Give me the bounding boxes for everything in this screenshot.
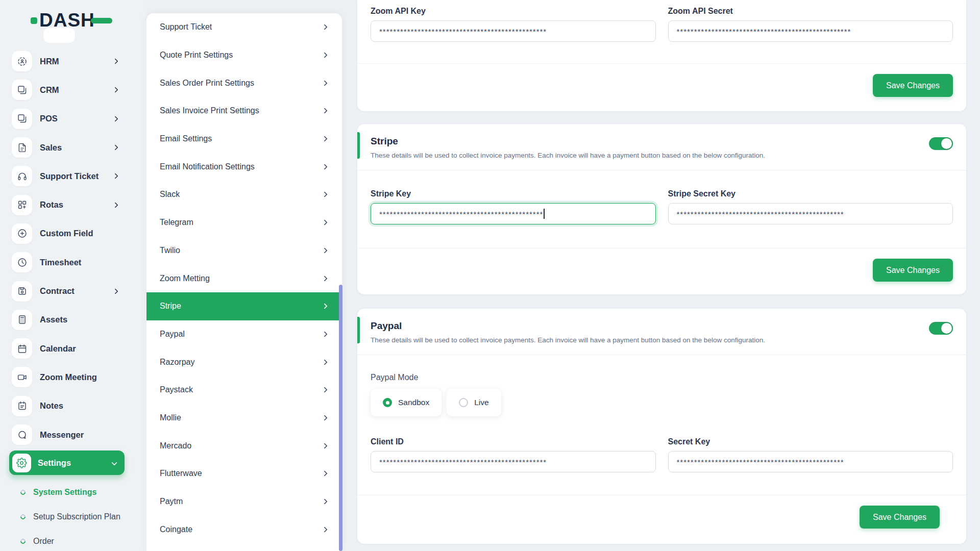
sidebar-item-notes[interactable]: Notes <box>0 392 146 420</box>
video-icon <box>12 367 32 387</box>
chevron-right-icon <box>322 192 327 197</box>
chevron-right-icon <box>322 527 327 532</box>
zoom-api-secret-input[interactable]: ****************************************… <box>668 20 953 42</box>
sidebar-item-assets[interactable]: Assets <box>0 306 146 334</box>
sidebar-subitem-system-settings[interactable]: System Settings <box>0 480 146 505</box>
chevron-right-icon <box>112 202 118 208</box>
settings-nav-item-paytm[interactable]: Paytm <box>146 488 342 516</box>
sidebar-item-messenger[interactable]: Messenger <box>0 420 146 449</box>
client-id-label: Client ID <box>371 437 656 447</box>
paypal-enabled-toggle[interactable] <box>929 322 953 335</box>
sidebar-item-contract[interactable]: Contract <box>0 277 146 305</box>
save-button[interactable]: Save Changes <box>873 259 953 282</box>
settings-nav-item-mollie[interactable]: Mollie <box>146 404 342 432</box>
settings-nav-item-sales-invoice-print-settings[interactable]: Sales Invoice Print Settings <box>146 97 342 125</box>
stripe-key-input[interactable]: ****************************************… <box>371 203 656 224</box>
stripe-secret-key-input[interactable]: ****************************************… <box>668 203 953 224</box>
settings-nav-item-sales-order-print-settings[interactable]: Sales Order Print Settings <box>146 69 342 97</box>
plus-circle-icon <box>12 223 32 244</box>
chevron-right-icon <box>322 415 327 420</box>
grid-plus-icon <box>12 195 32 215</box>
settings-nav-item-paystack[interactable]: Paystack <box>146 376 342 404</box>
text-cursor <box>544 209 545 219</box>
stripe-secret-key-label: Stripe Secret Key <box>668 189 953 199</box>
logo-dot-icon <box>31 17 37 24</box>
save-button[interactable]: Save Changes <box>873 74 953 97</box>
settings-nav-item-label: Slack <box>160 190 180 199</box>
sidebar-item-calendar[interactable]: Calendar <box>0 334 146 363</box>
stripe-enabled-toggle[interactable] <box>929 137 953 150</box>
calendar-icon <box>12 338 32 359</box>
chevron-right-icon <box>322 136 327 141</box>
sidebar-subitem-setup-subscription-plan[interactable]: Setup Subscription Plan <box>0 505 146 529</box>
masked-value: ****************************************… <box>677 210 844 218</box>
sidebar-item-label: Notes <box>40 401 63 411</box>
sidebar-item-rotas[interactable]: Rotas <box>0 190 146 219</box>
chevron-right-icon <box>322 24 327 30</box>
sidebar-item-support-ticket[interactable]: Support Ticket <box>0 162 146 190</box>
settings-nav-item-support-ticket[interactable]: Support Ticket <box>146 13 342 41</box>
zoom-api-secret-label: Zoom API Secret <box>668 6 953 16</box>
zoom-api-key-input[interactable]: ****************************************… <box>371 20 656 42</box>
settings-nav-item-stripe[interactable]: Stripe <box>146 292 342 320</box>
settings-nav-item-email-settings[interactable]: Email Settings <box>146 125 342 153</box>
sidebar-item-label: Contract <box>40 286 75 296</box>
paypal-mode-live-option[interactable]: Live <box>447 389 501 416</box>
masked-value: ****************************************… <box>677 27 851 36</box>
sidebar-item-timesheet[interactable]: Timesheet <box>0 248 146 277</box>
headset-icon <box>12 166 32 186</box>
sidebar-item-label: HRM <box>40 57 59 66</box>
paypal-settings-card: Paypal These details will be used to col… <box>357 309 966 544</box>
settings-nav-item-skrill[interactable]: Skrill <box>146 543 342 551</box>
sidebar-item-custom-field[interactable]: Custom Field <box>0 219 146 248</box>
settings-nav-item-label: Telegram <box>160 218 193 227</box>
save-icon <box>12 281 32 302</box>
settings-nav-item-zoom-metting[interactable]: Zoom Metting <box>146 264 342 292</box>
chevron-right-icon <box>112 87 118 93</box>
sidebar-item-hrm[interactable]: HRM <box>0 47 146 76</box>
chevron-right-icon <box>322 387 327 393</box>
chevron-right-icon <box>112 288 118 294</box>
settings-nav-item-slack[interactable]: Slack <box>146 181 342 209</box>
client-id-input[interactable]: ****************************************… <box>371 451 656 472</box>
radio-icon[interactable] <box>383 398 392 407</box>
sidebar-subitem-label: System Settings <box>33 488 96 497</box>
calculator-icon <box>12 310 32 330</box>
chevron-right-icon <box>322 443 327 448</box>
zoom-settings-card: Zoom API Key ***************************… <box>357 0 966 111</box>
paypal-section-description: These details will be used to collect in… <box>371 336 953 344</box>
settings-sub-nav: System Settings Setup Subscription Plan … <box>0 480 146 551</box>
chevron-right-icon <box>322 471 327 477</box>
settings-nav-item-telegram[interactable]: Telegram <box>146 209 342 237</box>
scrollbar-thumb[interactable] <box>339 285 342 551</box>
masked-value: ****************************************… <box>379 210 543 218</box>
sidebar-item-pos[interactable]: POS <box>0 105 146 133</box>
settings-nav-item-label: Mollie <box>160 413 181 422</box>
sidebar-item-zoom-meeting[interactable]: Zoom Meeting <box>0 363 146 391</box>
sidebar-nav: HRM CRM POS Sales Support Ticket Rotas <box>0 47 146 551</box>
sidebar-item-crm[interactable]: CRM <box>0 76 146 104</box>
settings-nav-item-twilio[interactable]: Twilio <box>146 237 342 265</box>
main-content: Zoom API Key ***************************… <box>357 0 966 551</box>
cut-off-nav-item-icon <box>43 28 75 43</box>
settings-nav-item-razorpay[interactable]: Razorpay <box>146 348 342 376</box>
settings-nav-item-coingate[interactable]: Coingate <box>146 515 342 543</box>
radio-icon[interactable] <box>459 398 468 407</box>
settings-nav-item-email-notification-settings[interactable]: Email Notification Settings <box>146 153 342 181</box>
settings-nav-item-label: Paystack <box>160 385 193 394</box>
sidebar-item-settings[interactable]: Settings <box>9 450 125 475</box>
sidebar-item-label: Calendar <box>40 344 76 354</box>
secret-key-input[interactable]: ****************************************… <box>668 451 953 472</box>
settings-nav-item-mercado[interactable]: Mercado <box>146 432 342 460</box>
sidebar-subitem-order[interactable]: Order <box>0 529 146 551</box>
note-icon <box>12 396 32 416</box>
settings-nav-item-quote-print-settings[interactable]: Quote Print Settings <box>146 41 342 69</box>
save-button[interactable]: Save Changes <box>860 506 940 529</box>
settings-nav-item-paypal[interactable]: Paypal <box>146 320 342 348</box>
bullet-icon <box>19 489 27 496</box>
settings-nav-item-label: Paypal <box>160 330 185 339</box>
sidebar-item-sales[interactable]: Sales <box>0 133 146 162</box>
settings-nav-item-flutterwave[interactable]: Flutterwave <box>146 460 342 488</box>
sidebar-item-label: Settings <box>38 458 71 468</box>
paypal-mode-sandbox-option[interactable]: Sandbox <box>371 389 442 416</box>
